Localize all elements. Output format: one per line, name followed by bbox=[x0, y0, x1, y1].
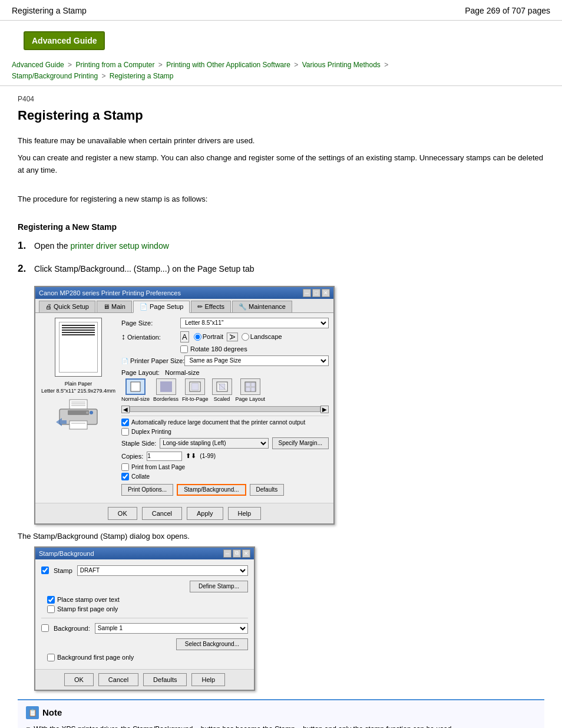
dialog-body: Plain Paper Letter 8.5"x11" 215.9x279.4m… bbox=[35, 313, 333, 503]
portrait-option[interactable]: Portrait bbox=[194, 333, 223, 341]
background-first-page-checkbox[interactable] bbox=[47, 654, 55, 661]
landscape-icon: A bbox=[227, 332, 238, 341]
printer-icon bbox=[55, 398, 102, 431]
svg-rect-11 bbox=[131, 382, 140, 391]
close-button[interactable]: ✕ bbox=[322, 289, 330, 297]
breadcrumb: Advanced Guide > Printing from a Compute… bbox=[0, 56, 562, 86]
breadcrumb-link-3[interactable]: Printing with Other Application Software bbox=[166, 61, 290, 69]
tab-effects[interactable]: ✏ Effects bbox=[191, 301, 230, 312]
step-1: 1. Open the printer driver setup window bbox=[18, 240, 544, 252]
stamp-cancel-btn[interactable]: Cancel bbox=[98, 673, 138, 686]
maximize-button[interactable]: □ bbox=[312, 289, 320, 297]
stamp-minimize-btn[interactable]: ─ bbox=[223, 549, 232, 558]
page-id: P404 bbox=[18, 95, 544, 103]
stamp-ok-btn[interactable]: OK bbox=[64, 673, 94, 686]
stamp-titlebar-buttons: ─ ⧉ ✕ bbox=[223, 549, 250, 558]
tab-maintenance[interactable]: 🔧 Maintenance bbox=[232, 301, 292, 312]
help-btn[interactable]: Help bbox=[228, 507, 262, 520]
copies-arrows[interactable]: ⬆⬇ bbox=[186, 452, 196, 460]
svg-rect-8 bbox=[70, 421, 87, 429]
specify-margin-btn[interactable]: Specify Margin... bbox=[272, 437, 329, 449]
place-over-text-checkbox[interactable] bbox=[47, 596, 55, 604]
scroll-left-btn[interactable]: ◀ bbox=[121, 406, 130, 413]
layout-fit-to-page[interactable]: Fit-to-Page bbox=[182, 378, 209, 402]
layout-scaled[interactable]: Scaled bbox=[212, 378, 232, 402]
dialog-right-panel: Page Size: Letter 8.5"x11" ↕ Orientation… bbox=[121, 318, 329, 498]
tab-page-setup[interactable]: 📄 Page Setup bbox=[133, 301, 190, 313]
breadcrumb-current: Registering a Stamp bbox=[110, 72, 174, 80]
svg-rect-12 bbox=[160, 381, 172, 392]
note-icon: 📋 bbox=[26, 706, 39, 719]
printer-dialog: Canon MP280 series Printer Printing Pref… bbox=[34, 286, 335, 525]
stamp-restore-btn[interactable]: ⧉ bbox=[233, 549, 241, 558]
svg-rect-20 bbox=[251, 383, 255, 387]
dialog-action-buttons: Print Options... Stamp/Background... Def… bbox=[121, 484, 329, 496]
svg-rect-21 bbox=[246, 387, 250, 391]
step-1-text: Open the printer driver setup window bbox=[34, 240, 169, 252]
background-enable-checkbox[interactable] bbox=[41, 624, 49, 632]
stamp-dialog-title: Stamp/Background bbox=[39, 550, 94, 557]
print-options-btn[interactable]: Print Options... bbox=[121, 484, 173, 496]
defaults-btn[interactable]: Defaults bbox=[250, 484, 285, 496]
printer-paper-size-select[interactable]: Same as Page Size bbox=[184, 355, 329, 366]
page-size-select[interactable]: Letter 8.5"x11" bbox=[180, 318, 329, 328]
scrollbar-track[interactable] bbox=[130, 406, 320, 412]
stamp-enable-checkbox[interactable] bbox=[41, 566, 49, 574]
page-size-label: Page Size: bbox=[121, 319, 180, 327]
stamp-close-btn[interactable]: ✕ bbox=[242, 549, 250, 558]
page-size-row: Page Size: Letter 8.5"x11" bbox=[121, 318, 329, 328]
place-over-text-row: Place stamp over text bbox=[47, 596, 248, 604]
svg-point-7 bbox=[86, 411, 88, 414]
stamp-select[interactable]: DRAFT bbox=[77, 565, 248, 576]
apply-btn[interactable]: Apply bbox=[187, 507, 223, 520]
layout-scrollbar[interactable]: ◀ ▶ bbox=[121, 406, 329, 413]
landscape-option[interactable]: Landscape bbox=[242, 333, 282, 341]
stamp-row: Stamp DRAFT bbox=[41, 565, 248, 576]
select-background-btn[interactable]: Select Background... bbox=[176, 638, 248, 650]
staple-side-select[interactable]: Long-side stapling (Left) bbox=[160, 438, 268, 449]
breadcrumb-link-4[interactable]: Various Printing Methods bbox=[302, 61, 381, 69]
layout-borderless[interactable]: Borderless bbox=[153, 378, 178, 402]
stamp-help-btn[interactable]: Help bbox=[191, 673, 225, 686]
orientation-row: ↕ Orientation: A Portrait A Landscape bbox=[121, 331, 329, 342]
ok-btn[interactable]: OK bbox=[108, 507, 137, 520]
stamp-background-btn[interactable]: Stamp/Background... bbox=[177, 484, 246, 496]
auto-reduce-checkbox[interactable] bbox=[121, 419, 129, 426]
background-select[interactable]: Sample 1 bbox=[95, 623, 248, 634]
note-item-1: ■ With the XPS printer driver, the Stamp… bbox=[26, 724, 536, 728]
collate-row: Collate bbox=[121, 473, 329, 480]
copies-label: Copies: bbox=[121, 453, 143, 460]
collate-checkbox[interactable] bbox=[121, 473, 129, 480]
stamp-dialog-titlebar: Stamp/Background ─ ⧉ ✕ bbox=[35, 548, 254, 559]
print-last-page-row: Print from Last Page bbox=[121, 463, 329, 471]
tab-quick-setup[interactable]: 🖨 Quick Setup bbox=[39, 301, 95, 312]
print-last-page-checkbox[interactable] bbox=[121, 463, 129, 471]
layout-page-layout[interactable]: Page Layout bbox=[236, 378, 266, 402]
rotate-checkbox[interactable] bbox=[180, 345, 188, 353]
layout-icons: Normal-size Borderless bbox=[121, 378, 329, 402]
intro-text-1: This feature may be unavailable when cer… bbox=[18, 135, 544, 147]
paper-info: Plain Paper Letter 8.5"x11" 215.9x279.4m… bbox=[41, 380, 115, 395]
breadcrumb-link-2[interactable]: Printing from a Computer bbox=[75, 61, 154, 69]
dialog-footer: OK Cancel Apply Help bbox=[35, 503, 333, 523]
layout-normal-size[interactable]: Normal-size bbox=[121, 378, 150, 402]
titlebar-buttons: ─ □ ✕ bbox=[303, 289, 330, 297]
duplex-row: Duplex Printing bbox=[121, 428, 329, 436]
stamp-first-page-checkbox[interactable] bbox=[47, 605, 55, 613]
svg-rect-14 bbox=[191, 383, 199, 390]
tab-main[interactable]: 🖥 Main bbox=[97, 301, 132, 312]
breadcrumb-link-5[interactable]: Stamp/Background Printing bbox=[12, 72, 98, 80]
copies-input[interactable] bbox=[147, 452, 182, 461]
define-stamp-btn[interactable]: Define Stamp... bbox=[190, 581, 248, 592]
intro-text-3: The procedure for registering a new stam… bbox=[18, 193, 544, 206]
minimize-button[interactable]: ─ bbox=[303, 289, 311, 297]
cancel-btn[interactable]: Cancel bbox=[142, 507, 182, 520]
copies-range: (1-99) bbox=[200, 453, 216, 459]
breadcrumb-link-1[interactable]: Advanced Guide bbox=[12, 61, 64, 69]
printer-driver-setup-link[interactable]: printer driver setup window bbox=[71, 241, 169, 251]
scroll-right-btn[interactable]: ▶ bbox=[320, 406, 329, 413]
duplex-checkbox[interactable] bbox=[121, 428, 129, 436]
stamp-defaults-btn[interactable]: Defaults bbox=[143, 673, 187, 686]
stamp-first-page-row: Stamp first page only bbox=[47, 605, 248, 613]
intro-text-2: You can create and register a new stamp.… bbox=[18, 152, 544, 177]
